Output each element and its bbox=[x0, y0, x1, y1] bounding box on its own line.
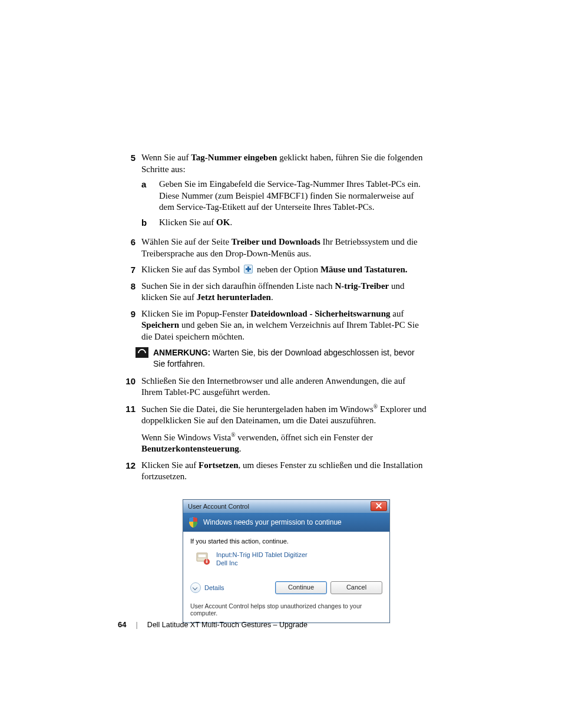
uac-titlebar: User Account Control bbox=[183, 500, 389, 513]
text: Klicken Sie im Popup-Fenster bbox=[141, 309, 250, 318]
paragraph: Suchen Sie die Datei, die Sie herunterge… bbox=[141, 403, 427, 427]
bold-text: Treiber und Downloads bbox=[232, 237, 320, 246]
chevron-down-icon bbox=[190, 582, 201, 593]
step-body: Klicken Sie im Popup-Fenster Dateidownlo… bbox=[141, 308, 427, 343]
page-number: 64 bbox=[118, 620, 126, 629]
text: Suchen Sie in der sich daraufhin öffnend… bbox=[141, 281, 335, 291]
step-body: Klicken Sie auf das Symbol neben der Opt… bbox=[141, 264, 427, 276]
uac-prompt: If you started this action, continue. bbox=[190, 538, 382, 545]
uac-dialog: User Account Control Windows needs your … bbox=[183, 499, 390, 624]
step-body: Suchen Sie in der sich daraufhin öffnend… bbox=[141, 281, 427, 304]
uac-program: Input:N-Trig HID Tablet Digitizer Dell I… bbox=[190, 549, 382, 574]
note-label: ANMERKUNG: bbox=[153, 348, 210, 357]
footer-text: Dell Latitude XT Multi-Touch Gestures – … bbox=[147, 621, 308, 629]
step-body: Wenn Sie auf Tag-Nummer eingeben geklick… bbox=[141, 152, 427, 232]
text: Klicken Sie auf das Symbol bbox=[141, 265, 242, 274]
substeps: a Geben Sie im Eingabefeld die Service-T… bbox=[141, 179, 427, 228]
paragraph: Wenn Sie Windows Vista® verwenden, öffne… bbox=[141, 431, 427, 455]
page-footer: 64 | Dell Latitude XT Multi-Touch Gestur… bbox=[118, 620, 308, 629]
uac-actions: Details Continue Cancel bbox=[183, 578, 389, 600]
text: Klicken Sie auf bbox=[159, 218, 216, 227]
bold-text: Fortsetzen bbox=[199, 460, 238, 470]
close-icon[interactable] bbox=[371, 501, 387, 511]
details-label: Details bbox=[204, 584, 224, 591]
plus-expand-icon bbox=[244, 265, 253, 274]
bold-text: Tag-Nummer eingeben bbox=[191, 153, 277, 162]
uac-body: If you started this action, continue. In… bbox=[183, 532, 389, 578]
text: . bbox=[271, 292, 273, 302]
step-11: 11 Suchen Sie die Datei, die Sie herunte… bbox=[118, 403, 427, 455]
substep-letter: b bbox=[141, 217, 159, 229]
text: verwenden, öffnet sich ein Fenster der bbox=[236, 433, 373, 442]
registered-mark: ® bbox=[231, 431, 235, 438]
step-10: 10 Schließen Sie den Internetbrowser und… bbox=[118, 375, 427, 398]
text: . bbox=[239, 444, 242, 453]
bold-text: N-trig-Treiber bbox=[335, 281, 389, 291]
step-body: Schließen Sie den Internetbrowser und al… bbox=[141, 375, 427, 398]
text: Wenn Sie auf bbox=[141, 153, 191, 162]
step-6: 6 Wählen Sie auf der Seite Treiber und D… bbox=[118, 236, 427, 259]
step-number: 12 bbox=[118, 460, 141, 483]
cancel-button[interactable]: Cancel bbox=[330, 581, 382, 594]
program-publisher: Dell Inc bbox=[216, 559, 308, 567]
substep-a: a Geben Sie im Eingabefeld die Service-T… bbox=[141, 179, 427, 213]
step-12: 12 Klicken Sie auf Fortsetzen, um dieses… bbox=[118, 460, 427, 483]
substep-b: b Klicken Sie auf OK. bbox=[141, 217, 427, 229]
step-9: 9 Klicken Sie im Popup-Fenster Dateidown… bbox=[118, 308, 427, 343]
text: . bbox=[230, 218, 232, 227]
step-number: 8 bbox=[118, 281, 141, 304]
text: Wählen Sie auf der Seite bbox=[141, 237, 232, 246]
substep-body: Geben Sie im Eingabefeld die Service-Tag… bbox=[159, 179, 427, 213]
note: ANMERKUNG: Warten Sie, bis der Download … bbox=[135, 347, 427, 370]
document-page: 5 Wenn Sie auf Tag-Nummer eingeben gekli… bbox=[0, 0, 562, 728]
step-number: 6 bbox=[118, 236, 141, 259]
text: auf bbox=[391, 309, 404, 318]
step-body: Wählen Sie auf der Seite Treiber und Dow… bbox=[141, 236, 427, 259]
bold-text: Jetzt herunterladen bbox=[197, 292, 271, 302]
text: Klicken Sie auf bbox=[141, 460, 199, 470]
step-5: 5 Wenn Sie auf Tag-Nummer eingeben gekli… bbox=[118, 152, 427, 232]
step-body: Suchen Sie die Datei, die Sie herunterge… bbox=[141, 403, 427, 455]
program-name: Input:N-Trig HID Tablet Digitizer bbox=[216, 551, 308, 559]
step-number: 9 bbox=[118, 308, 141, 343]
uac-program-text: Input:N-Trig HID Tablet Digitizer Dell I… bbox=[216, 551, 308, 568]
text: und geben Sie an, in welchem Verzeichnis… bbox=[141, 320, 419, 341]
uac-title: User Account Control bbox=[188, 503, 371, 510]
bold-text: Speichern bbox=[141, 320, 179, 330]
note-text: ANMERKUNG: Warten Sie, bis der Download … bbox=[153, 347, 427, 370]
substep-letter: a bbox=[141, 179, 159, 213]
bold-text: Dateidownload - Sicherheitswarnung bbox=[250, 309, 391, 318]
continue-button[interactable]: Continue bbox=[275, 581, 327, 594]
bold-text: Mäuse und Tastaturen. bbox=[320, 265, 408, 274]
step-number: 7 bbox=[118, 264, 141, 276]
svg-rect-1 bbox=[198, 554, 206, 558]
step-number: 5 bbox=[118, 152, 141, 232]
step-body: Klicken Sie auf Fortsetzen, um dieses Fe… bbox=[141, 460, 427, 483]
shield-icon bbox=[188, 516, 199, 528]
step-7: 7 Klicken Sie auf das Symbol neben der O… bbox=[118, 264, 427, 276]
uac-banner: Windows needs your permission to continu… bbox=[183, 513, 389, 532]
uac-footer: User Account Control helps stop unauthor… bbox=[183, 600, 389, 622]
installer-icon bbox=[195, 551, 210, 566]
step-number: 11 bbox=[118, 403, 141, 455]
text: Suchen Sie die Datei, die Sie herunterge… bbox=[141, 404, 373, 414]
note-icon bbox=[135, 347, 148, 358]
uac-banner-text: Windows needs your permission to continu… bbox=[203, 518, 342, 526]
text: Wenn Sie Windows Vista bbox=[141, 433, 231, 442]
step-8: 8 Suchen Sie in der sich daraufhin öffne… bbox=[118, 281, 427, 304]
bold-text: Benutzerkontensteuerung bbox=[141, 444, 239, 453]
step-number: 10 bbox=[118, 375, 141, 398]
footer-separator: | bbox=[135, 620, 137, 629]
step-list: 5 Wenn Sie auf Tag-Nummer eingeben gekli… bbox=[118, 152, 427, 483]
bold-text: OK bbox=[216, 218, 230, 227]
details-toggle[interactable]: Details bbox=[190, 582, 224, 593]
substep-body: Klicken Sie auf OK. bbox=[159, 217, 427, 229]
text: neben der Option bbox=[254, 265, 320, 274]
